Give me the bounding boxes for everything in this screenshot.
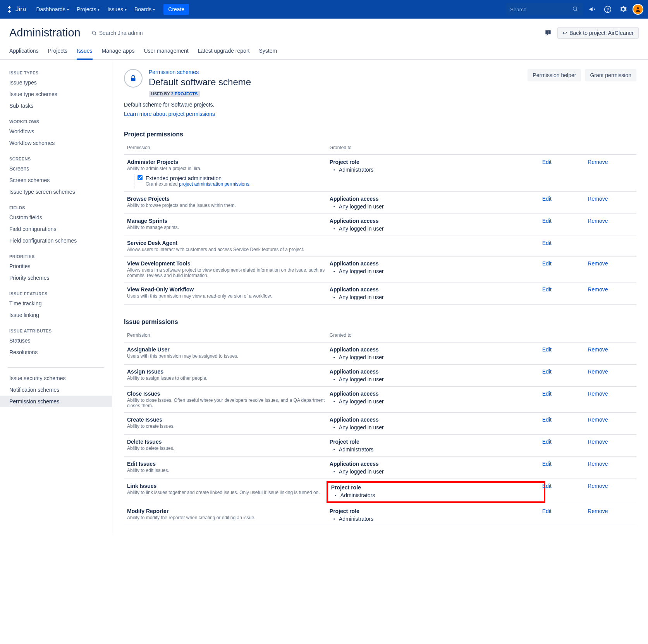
edit-link[interactable]: Edit [542,159,552,165]
feedback-icon[interactable] [543,28,553,38]
remove-link[interactable]: Remove [588,286,608,293]
sidebar-item-resolutions[interactable]: Resolutions [0,346,112,358]
edit-link[interactable]: Edit [542,260,552,267]
tab-manage-apps[interactable]: Manage apps [102,44,135,59]
edit-link[interactable]: Edit [542,508,552,514]
sidebar-item-screen-schemes[interactable]: Screen schemes [0,174,112,186]
edit-link[interactable]: Edit [542,391,552,397]
edit-link[interactable]: Edit [542,368,552,375]
permission-name: Modify Reporter [127,508,330,514]
permission-helper-button[interactable]: Permission helper [528,69,581,81]
nav-issues[interactable]: Issues▾ [103,0,130,19]
megaphone-icon[interactable] [586,3,598,15]
global-search-input[interactable] [510,7,572,12]
tab-latest-upgrade-report[interactable]: Latest upgrade report [198,44,250,59]
sidebar-group-label: ISSUE ATTRIBUTES [0,325,112,335]
sidebar-item-issue-linking[interactable]: Issue linking [0,309,112,321]
edit-link[interactable]: Edit [542,439,552,445]
admin-search[interactable]: Search Jira admin [91,30,143,36]
tab-user-management[interactable]: User management [144,44,188,59]
edit-link[interactable]: Edit [542,286,552,293]
sidebar-item-priority-schemes[interactable]: Priority schemes [0,272,112,284]
jira-logo[interactable]: Jira [5,5,26,14]
remove-link[interactable]: Remove [588,391,608,397]
edit-link[interactable]: Edit [542,483,552,489]
tab-projects[interactable]: Projects [48,44,68,59]
back-button[interactable]: ↩ Back to project: AirCleaner [557,27,639,39]
user-avatar[interactable] [633,4,643,15]
permission-row: Service Desk AgentAllows users to intera… [124,236,636,257]
remove-link[interactable]: Remove [588,196,608,202]
remove-link[interactable]: Remove [588,461,608,467]
permission-desc: Ability to link issues together and crea… [127,490,330,495]
grant-title: Project role [330,159,542,165]
sidebar-item-workflows[interactable]: Workflows [0,126,112,137]
back-label: Back to project: AirCleaner [569,30,634,36]
grant-item: Any logged in user [339,468,542,475]
grant-permission-button[interactable]: Grant permission [585,69,636,81]
permission-row: Administer ProjectsAbility to administer… [124,155,636,192]
edit-link[interactable]: Edit [542,218,552,224]
sidebar-item-workflow-schemes[interactable]: Workflow schemes [0,137,112,149]
sidebar-group-label: PRIORITIES [0,251,112,260]
edit-link[interactable]: Edit [542,240,552,246]
sidebar-item-issue-type-schemes[interactable]: Issue type schemes [0,88,112,100]
remove-link[interactable]: Remove [588,508,608,514]
sidebar-item-field-configuration-schemes[interactable]: Field configuration schemes [0,235,112,246]
sidebar-item-issue-type-screen-schemes[interactable]: Issue type screen schemes [0,186,112,198]
sidebar-item-permission-schemes[interactable]: Permission schemes [0,396,112,407]
edit-link[interactable]: Edit [542,346,552,353]
nav-projects[interactable]: Projects▾ [73,0,104,19]
sidebar-group-label: ISSUE FEATURES [0,288,112,298]
remove-link[interactable]: Remove [588,368,608,375]
remove-link[interactable]: Remove [588,483,608,489]
learn-more-link[interactable]: Learn more about project permissions [124,111,215,117]
create-button[interactable]: Create [163,4,189,15]
remove-link[interactable]: Remove [588,417,608,423]
remove-link[interactable]: Remove [588,218,608,224]
jira-icon [5,5,14,14]
ext-admin-link[interactable]: project administration permissions [179,181,249,187]
nav-dashboards[interactable]: Dashboards▾ [32,0,73,19]
nav-boards[interactable]: Boards▾ [131,0,159,19]
remove-link[interactable]: Remove [588,159,608,165]
remove-link[interactable]: Remove [588,439,608,445]
sidebar-item-notification-schemes[interactable]: Notification schemes [0,384,112,396]
gear-icon[interactable] [617,3,629,15]
tab-applications[interactable]: Applications [9,44,39,59]
remove-link[interactable]: Remove [588,346,608,353]
sidebar-item-screens[interactable]: Screens [0,163,112,174]
permission-row: Browse ProjectsAbility to browse project… [124,192,636,214]
tab-issues[interactable]: Issues [77,44,92,60]
sidebar-item-statuses[interactable]: Statuses [0,335,112,346]
grant-item: Any logged in user [339,376,542,382]
permission-row: Assignable UserUsers with this permissio… [124,343,636,365]
global-search[interactable] [505,3,583,15]
remove-link[interactable]: Remove [588,260,608,267]
permission-desc: Users with this permission may view a re… [127,293,330,299]
sidebar-item-field-configurations[interactable]: Field configurations [0,223,112,235]
permission-row: Manage SprintsAbility to manage sprints.… [124,214,636,236]
tab-system[interactable]: System [259,44,277,59]
back-arrow-icon: ↩ [562,30,567,36]
edit-link[interactable]: Edit [542,196,552,202]
sidebar-item-issue-security-schemes[interactable]: Issue security schemes [0,372,112,384]
grant-item: Administrators [339,167,542,173]
edit-link[interactable]: Edit [542,417,552,423]
sidebar-item-custom-fields[interactable]: Custom fields [0,212,112,223]
svg-rect-8 [548,33,548,34]
sidebar-item-sub-tasks[interactable]: Sub-tasks [0,100,112,112]
sidebar-item-time-tracking[interactable]: Time tracking [0,298,112,309]
used-by-badge[interactable]: USED BY 2 PROJECTS [149,91,200,97]
sidebar-item-issue-types[interactable]: Issue types [0,77,112,88]
search-icon [572,6,578,13]
permission-name: View Development Tools [127,260,330,267]
extended-admin-checkbox[interactable] [138,175,143,180]
chevron-down-icon: ▾ [125,7,127,12]
permission-row: Create IssuesAbility to create issues.Ap… [124,413,636,435]
breadcrumb-link[interactable]: Permission schemes [149,69,251,75]
topbar-right [505,3,643,15]
edit-link[interactable]: Edit [542,461,552,467]
sidebar-item-priorities[interactable]: Priorities [0,260,112,272]
help-icon[interactable] [602,3,614,15]
